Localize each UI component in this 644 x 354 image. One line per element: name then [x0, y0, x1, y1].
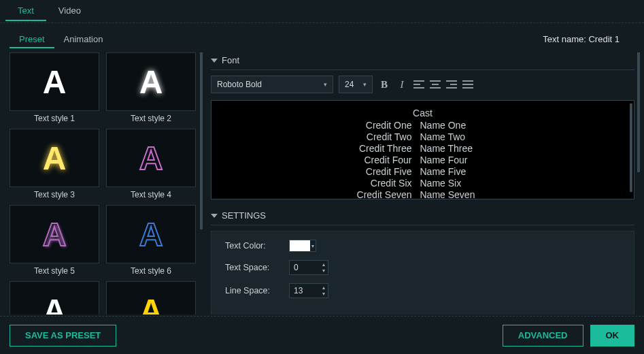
- line-space-input[interactable]: 13 ▲▼: [289, 283, 328, 298]
- text-space-row: Text Space: 0 ▲▼: [225, 260, 620, 275]
- style-thumb-4[interactable]: A: [106, 129, 196, 187]
- credits-row: Credit FourName Four: [351, 155, 495, 166]
- settings-body: Text Color: ▾ Text Space: 0 ▲▼ Line Spac…: [211, 231, 634, 315]
- italic-button[interactable]: I: [396, 78, 408, 91]
- style-thumb-7[interactable]: A: [10, 281, 99, 315]
- font-size-value: 24: [345, 80, 354, 89]
- tab-text[interactable]: Text: [5, 0, 46, 21]
- font-section-header[interactable]: Font: [211, 52, 634, 70]
- credits-row: Credit TwoName Two: [351, 131, 495, 143]
- credit-left: Credit Three: [351, 143, 412, 155]
- credit-left: Credit Two: [351, 131, 412, 143]
- settings-header-label: SETTINGS: [222, 210, 266, 221]
- text-color-label: Text Color:: [225, 241, 279, 251]
- text-name-display: Text name: Credit 1: [543, 34, 620, 44]
- credit-left: Credit Four: [351, 155, 412, 166]
- save-as-preset-button[interactable]: SAVE AS PRESET: [10, 325, 116, 347]
- style-label: Text style 6: [106, 263, 196, 277]
- align-center-button[interactable]: [430, 80, 441, 89]
- bold-button[interactable]: B: [378, 78, 390, 91]
- style-thumb-2[interactable]: A: [106, 52, 196, 111]
- credit-right: Name Seven: [420, 189, 495, 199]
- style-card-6: A Text style 6: [106, 205, 196, 277]
- credit-right: Name Three: [420, 143, 495, 155]
- credit-right: Name Five: [420, 166, 495, 178]
- subtab-preset[interactable]: Preset: [10, 30, 54, 48]
- spin-up-icon[interactable]: ▲: [320, 261, 328, 268]
- text-space-value: 0: [290, 263, 320, 272]
- sub-header-row: Preset Animation Text name: Credit 1: [0, 23, 644, 52]
- credits-row: Credit SixName Six: [351, 178, 495, 189]
- style-card-3: A Text style 3: [10, 129, 99, 201]
- font-header-label: Font: [222, 55, 239, 65]
- tab-video[interactable]: Video: [46, 0, 93, 21]
- style-thumb-3[interactable]: A: [10, 129, 99, 187]
- font-controls-row: Roboto Bold ▾ 24 ▾ B I: [211, 76, 634, 93]
- credit-right: Name Two: [420, 131, 495, 143]
- footer: SAVE AS PRESET ADVANCED OK: [0, 316, 644, 354]
- properties-panel: Font Roboto Bold ▾ 24 ▾ B I CastCredit O…: [203, 52, 641, 315]
- text-name-label: Text name:: [543, 34, 588, 44]
- align-justify-button[interactable]: [462, 80, 473, 89]
- credits-heading: Cast: [351, 108, 495, 118]
- credits-row: Credit SevenName Seven: [351, 189, 495, 199]
- style-thumb-6[interactable]: A: [106, 205, 196, 263]
- font-family-value: Roboto Bold: [217, 80, 262, 89]
- font-family-select[interactable]: Roboto Bold ▾: [211, 76, 333, 93]
- credits-row: Credit OneName One: [351, 120, 495, 131]
- text-color-row: Text Color: ▾: [225, 240, 620, 252]
- text-space-input[interactable]: 0 ▲▼: [289, 260, 328, 275]
- style-card-2: A Text style 2: [106, 52, 196, 125]
- credit-left: Credit Seven: [351, 189, 412, 199]
- top-tabs: Text Video: [0, 0, 644, 21]
- style-thumb-1[interactable]: A: [10, 52, 99, 111]
- style-thumb-5[interactable]: A: [10, 205, 99, 263]
- font-size-select[interactable]: 24 ▾: [339, 76, 373, 93]
- line-space-label: Line Space:: [225, 286, 279, 295]
- color-swatch-fill: [290, 240, 310, 251]
- style-label: Text style 4: [106, 187, 196, 201]
- style-card-5: A Text style 5: [10, 205, 99, 277]
- text-preview[interactable]: CastCredit OneName OneCredit TwoName Two…: [211, 100, 634, 199]
- text-space-label: Text Space:: [225, 263, 279, 272]
- text-color-picker[interactable]: ▾: [289, 240, 316, 252]
- chevron-down-icon: ▾: [363, 81, 367, 88]
- preset-list: A Text style 1 A Text style 2 A Text sty…: [10, 52, 203, 315]
- align-right-button[interactable]: [446, 80, 457, 89]
- spin-down-icon[interactable]: ▼: [320, 291, 328, 297]
- credit-right: Name One: [420, 120, 495, 131]
- chevron-down-icon: [211, 214, 218, 218]
- chevron-down-icon: ▾: [324, 81, 327, 88]
- footer-right: ADVANCED OK: [503, 325, 634, 347]
- panel-scrollbar[interactable]: [637, 52, 640, 172]
- style-card-1: A Text style 1: [10, 52, 99, 125]
- advanced-button[interactable]: ADVANCED: [503, 325, 583, 347]
- subtab-animation[interactable]: Animation: [54, 30, 113, 48]
- style-label: Text style 3: [10, 187, 99, 201]
- credit-right: Name Four: [420, 155, 495, 166]
- style-label: Text style 5: [10, 263, 99, 277]
- align-left-button[interactable]: [413, 80, 424, 89]
- line-space-value: 13: [290, 286, 320, 295]
- line-space-row: Line Space: 13 ▲▼: [225, 283, 620, 298]
- ok-button[interactable]: OK: [590, 325, 635, 347]
- spin-up-icon[interactable]: ▲: [320, 285, 328, 291]
- sub-tabs: Preset Animation: [10, 30, 112, 48]
- credit-left: Credit Five: [351, 166, 412, 178]
- credits-table: CastCredit OneName OneCredit TwoName Two…: [351, 108, 495, 199]
- style-label: Text style 1: [10, 111, 99, 125]
- settings-section-header[interactable]: SETTINGS: [211, 208, 634, 225]
- credit-right: Name Six: [420, 178, 495, 189]
- style-thumb-8[interactable]: A: [106, 281, 196, 315]
- credit-left: Credit Six: [351, 178, 412, 189]
- spin-down-icon[interactable]: ▼: [320, 268, 328, 274]
- style-label: Text style 2: [106, 111, 196, 125]
- style-card-8: A: [106, 281, 196, 315]
- credits-row: Credit ThreeName Three: [351, 143, 495, 155]
- style-grid: A Text style 1 A Text style 2 A Text sty…: [10, 52, 197, 315]
- style-card-4: A Text style 4: [106, 129, 196, 201]
- credits-row: Credit FiveName Five: [351, 166, 495, 178]
- text-name-value: Credit 1: [588, 34, 620, 44]
- chevron-down-icon: ▾: [310, 240, 316, 251]
- preview-scrollbar[interactable]: [630, 103, 632, 192]
